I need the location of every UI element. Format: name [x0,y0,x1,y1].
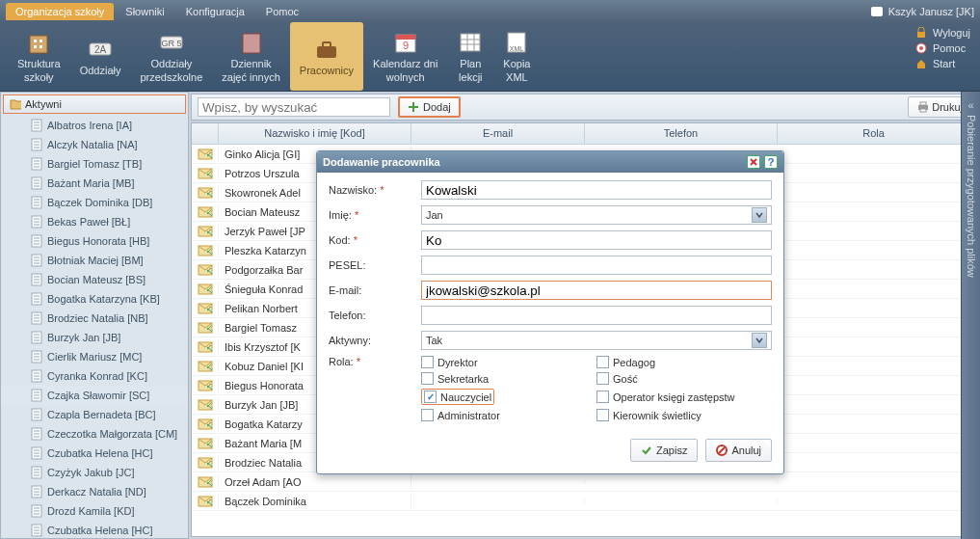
sidebar-item[interactable]: Czeczotka Małgorzata [CM] [1,424,188,444]
svg-rect-23 [917,32,925,38]
row-edit-icon[interactable] [192,262,219,278]
role-checkbox[interactable]: Dyrektor [421,356,596,368]
ribbon-przedszkolne[interactable]: GR 5Oddziały przedszkolne [130,22,212,91]
row-edit-icon[interactable] [192,359,219,374]
row-edit-icon[interactable] [192,417,219,432]
sidebar-item[interactable]: Alczyk Natalia [NA] [1,135,188,154]
sidebar-item[interactable]: Albatros Irena [IA] [1,116,188,135]
row-edit-icon[interactable] [192,378,219,393]
ribbon-struktura[interactable]: Struktura szkoły [8,22,70,91]
search-input[interactable] [198,97,390,117]
save-button[interactable]: Zapisz [630,439,698,462]
sidebar-item[interactable]: Czubatka Helena [HC] [1,521,188,538]
role-checkbox[interactable]: Pedagog [596,356,772,368]
logout-button[interactable]: Wyloguj [915,26,970,40]
row-edit-icon[interactable] [192,474,219,490]
th-pin[interactable] [192,123,219,144]
ribbon-pracownicy[interactable]: Pracownicy [290,22,363,91]
tab-dict[interactable]: Słowniki [116,3,173,20]
sidebar-item[interactable]: Bogatka Katarzyna [KB] [1,289,188,309]
row-edit-icon[interactable] [192,436,219,451]
th-name[interactable]: Nazwisko i imię [Kod] [219,123,411,144]
role-checkbox[interactable]: Administrator [421,409,596,421]
side-tab-downloads[interactable]: « Pobieranie przygotowanych plików [961,92,980,539]
input-email[interactable] [421,281,772,300]
sidebar-item[interactable]: Czyżyk Jakub [JC] [1,463,188,482]
ribbon-oddzialy[interactable]: 2AOddziały [70,22,131,91]
sidebar-item[interactable]: Czubatka Helena [HC] [1,444,188,463]
sidebar-item[interactable]: Błotniak Maciej [BM] [1,251,188,270]
sidebar-item[interactable]: Drozd Kamila [KD] [1,501,188,521]
cell-role [778,499,970,503]
svg-rect-117 [920,102,926,105]
sidebar-item[interactable]: Bażant Maria [MB] [1,174,188,193]
sidebar-item[interactable]: Bocian Mateusz [BS] [1,270,188,289]
add-employee-modal: Dodawanie pracownika ? Nazwisko: * Imię:… [316,150,784,474]
sidebar-item[interactable]: Derkacz Natalia [ND] [1,482,188,501]
cell-role [778,210,970,214]
close-icon[interactable] [747,155,760,169]
ribbon-xml[interactable]: XMLKopia XML [493,22,540,91]
help-button[interactable]: Pomoc [915,41,970,55]
ribbon-kalendarz[interactable]: 9Kalendarz dni wolnych [363,22,447,91]
help-icon[interactable]: ? [764,155,778,169]
sidebar-item[interactable]: Cierlik Mariusz [MC] [1,347,188,366]
select-aktywny[interactable]: Tak [421,331,772,350]
th-phone[interactable]: Telefon [585,123,778,144]
sidebar-item[interactable]: Bekas Paweł [BŁ] [1,212,188,231]
tab-config[interactable]: Konfiguracja [176,3,254,20]
tab-help[interactable]: Pomoc [256,3,308,20]
sidebar-item[interactable]: Bargiel Tomasz [TB] [1,154,188,174]
chevron-down-icon [752,207,767,223]
page-icon [30,524,43,537]
row-edit-icon[interactable] [192,282,219,297]
sidebar-item[interactable]: Czajka Sławomir [SC] [1,386,188,405]
row-edit-icon[interactable] [192,455,219,471]
row-edit-icon[interactable] [192,147,219,162]
select-imie[interactable]: Jan [421,205,772,225]
row-edit-icon[interactable] [192,494,219,509]
row-edit-icon[interactable] [192,397,219,413]
role-checkbox[interactable]: Gość [596,372,772,385]
row-edit-icon[interactable] [192,185,219,201]
cancel-button[interactable]: Anuluj [705,439,772,462]
table-row[interactable]: Bączek DominikaTak [192,492,977,511]
sidebar-item[interactable]: Brodziec Natalia [NB] [1,309,188,328]
sidebar-item-label: Alczyk Natalia [NA] [47,139,138,150]
ribbon-plan[interactable]: Plan lekcji [447,22,493,91]
add-button[interactable]: Dodaj [398,96,461,118]
sidebar-item[interactable]: Burzyk Jan [JB] [1,328,188,347]
sidebar-item[interactable]: Bączek Dominika [DB] [1,193,188,212]
role-checkbox[interactable]: Kierownik świetlicy [596,409,772,421]
label-aktywny: Aktywny: [329,335,421,346]
input-pesel[interactable] [421,256,772,275]
table-row[interactable]: Orzeł Adam [AOTak [192,472,977,492]
sidebar-header[interactable]: Aktywni [3,94,186,114]
role-checkbox[interactable]: Sekretarka [421,372,596,385]
sidebar-item[interactable]: Cyranka Konrad [KC] [1,366,188,386]
row-edit-icon[interactable] [192,224,219,239]
row-edit-icon[interactable] [192,339,219,355]
row-edit-icon[interactable] [192,166,219,181]
tab-org[interactable]: Organizacja szkoły [6,3,114,20]
role-checkbox[interactable]: Operator księgi zastępstw [596,389,772,405]
sidebar-item-label: Czyżyk Jakub [JC] [47,467,134,478]
ribbon-dziennik[interactable]: Dziennik zajęć innych [212,22,290,91]
sidebar-item[interactable]: Biegus Honorata [HB] [1,231,188,251]
row-edit-icon[interactable] [192,301,219,316]
row-edit-icon[interactable] [192,320,219,336]
modal-header[interactable]: Dodawanie pracownika ? [317,151,783,173]
row-edit-icon[interactable] [192,204,219,220]
row-edit-icon[interactable] [192,243,219,258]
cell-role [778,422,970,426]
sidebar-list[interactable]: Albatros Irena [IA]Alczyk Natalia [NA]Ba… [1,116,188,538]
th-email[interactable]: E-mail [411,123,585,144]
label-imie: Imię: * [329,209,421,221]
input-telefon[interactable] [421,306,772,325]
role-checkbox[interactable]: ✓Nauczyciel [421,389,494,405]
start-button[interactable]: Start [915,57,970,70]
input-kod[interactable] [421,230,772,250]
input-nazwisko[interactable] [421,180,772,200]
sidebar-item[interactable]: Czapla Bernadeta [BC] [1,405,188,424]
th-role[interactable]: Rola [778,123,970,144]
